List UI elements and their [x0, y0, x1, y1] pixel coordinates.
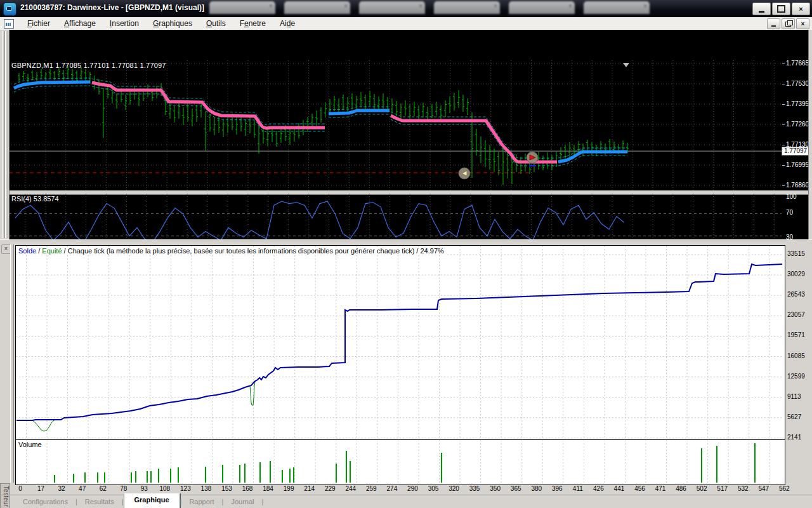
trade-number-tick: 93 [141, 485, 148, 492]
metatrader-app-icon [3, 3, 16, 16]
price-tick: 1.77530 [786, 80, 809, 87]
chart-document-icon [4, 19, 14, 29]
solde-legend: Solde [18, 247, 36, 255]
menu-fenetre[interactable]: Fenetre [233, 18, 273, 29]
tester-tab-resultats[interactable]: Resultats [77, 496, 122, 507]
menu-affichage[interactable]: Affichage [57, 18, 103, 29]
menu-insertion[interactable]: Insertion [103, 18, 146, 29]
tester-tab-configurations[interactable]: Configurations [15, 496, 75, 507]
menu-graphiques[interactable]: Graphiques [146, 18, 199, 29]
trade-number-tick: 47 [79, 485, 86, 492]
trade-number-tick: 214 [304, 485, 315, 492]
background-browser-tab [284, 1, 350, 14]
trade-number-tick: 411 [573, 485, 583, 492]
trade-number-tick: 350 [490, 485, 501, 492]
trade-number-tick: 365 [511, 485, 521, 492]
symbol-ohlc-header: GBPNZD,M1 1.77085 1.77101 1.77081 1.7709… [11, 62, 166, 69]
trade-number-tick: 229 [325, 485, 336, 492]
trade-number-tick: 547 [758, 485, 769, 492]
tester-panel-grip[interactable] [10, 244, 14, 483]
trade-number-tick: 517 [717, 485, 728, 492]
tester-tab-rapport[interactable]: Rapport [181, 496, 221, 507]
trade-number-tick: 290 [407, 485, 418, 492]
background-browser-tab [509, 1, 575, 14]
price-tick: 1.77395 [786, 100, 809, 107]
tester-graph-legend: Solde / Equité / Chaque tick (la méthode… [18, 247, 447, 255]
menu-fichier[interactable]: Fichier [20, 18, 57, 29]
trade-number-tick: 426 [593, 485, 604, 492]
trade-number-tick: 274 [387, 485, 398, 492]
trade-number-tick: 320 [449, 485, 459, 492]
mdi-close-button[interactable]: × [796, 18, 809, 29]
trade-number-tick: 305 [428, 485, 439, 492]
trade-number-tick: 244 [345, 485, 356, 492]
minimize-button[interactable] [752, 3, 771, 15]
price-tick: 1.77665 [786, 60, 809, 67]
background-browser-tab [209, 1, 275, 14]
price-chart-pane[interactable] [9, 60, 782, 190]
window-titlebar[interactable]: 2100036787: Darwinex-Live - [GBPNZD,M1 (… [0, 0, 812, 17]
background-browser-tab [434, 1, 500, 14]
maximize-button[interactable] [772, 3, 790, 15]
application-window: 2100036787: Darwinex-Live - [GBPNZD,M1 (… [0, 0, 812, 508]
trade-number-tick: 184 [263, 485, 273, 492]
balance-tick: 2141 [787, 434, 801, 441]
background-browser-tabs [209, 1, 650, 15]
background-browser-tab [359, 1, 425, 14]
balance-tick: 16085 [787, 352, 805, 359]
menu-bar: FichierAffichageInsertionGraphiquesOutil… [0, 17, 812, 30]
menu-aide[interactable]: Aide [273, 18, 302, 29]
trade-number-tick: 259 [366, 485, 377, 492]
balance-tick: 9113 [787, 393, 801, 400]
trade-number-tick: 168 [242, 485, 253, 492]
tick-method-label: / Chaque tick (la méthode la plus précis… [62, 247, 444, 255]
trade-number-tick: 138 [201, 485, 212, 492]
tester-tab-journal[interactable]: Journal [223, 496, 261, 507]
balance-tick: 30029 [787, 271, 805, 277]
trade-number-tick: 562 [779, 485, 790, 492]
trade-number-tick: 153 [221, 485, 232, 492]
tester-volume-chart[interactable]: Volume [15, 439, 785, 485]
trade-number-tick: 471 [655, 485, 666, 492]
trade-number-tick: 456 [634, 485, 645, 492]
tester-tabs-bar: Configurations|Resultats|Graphique|Rappo… [0, 495, 812, 508]
trade-number-tick: 380 [531, 485, 542, 492]
mdi-minimize-button[interactable] [767, 18, 780, 29]
chart-workspace: GBPNZD,M1 1.77085 1.77101 1.77081 1.7709… [0, 30, 812, 239]
trade-number-tick: 441 [614, 485, 625, 492]
window-title: 2100036787: Darwinex-Live - [GBPNZD,M1 (… [20, 3, 204, 12]
tester-balance-chart[interactable]: Solde / Equité / Chaque tick (la méthode… [15, 245, 785, 440]
trade-number-tick: 486 [676, 485, 686, 492]
rsi-tick: 100 [786, 193, 797, 200]
price-tick: 1.77260 [786, 121, 809, 128]
menu-outils[interactable]: Outils [199, 18, 233, 29]
trade-number-tick: 502 [697, 485, 707, 492]
trade-number-tick: 335 [469, 485, 480, 492]
trade-number-tick: 0 [18, 485, 22, 492]
collapsed-toolbar-gutter[interactable] [0, 30, 10, 239]
trade-number-tick: 396 [552, 485, 563, 492]
background-browser-tab [584, 1, 650, 14]
balance-tick: 19571 [787, 331, 805, 338]
balance-tick: 23057 [787, 311, 805, 318]
trade-number-tick: 108 [160, 485, 171, 492]
trade-number-tick: 62 [100, 485, 107, 492]
trade-number-tick: 123 [180, 485, 191, 492]
balance-tick: 5627 [787, 413, 801, 420]
equite-legend: Equité [42, 247, 62, 255]
price-tick: 1.76860 [786, 182, 809, 189]
volume-label: Volume [18, 441, 42, 448]
trade-number-tick: 78 [120, 485, 127, 492]
tester-close-button[interactable]: × [1, 244, 11, 254]
tab-separator: | [261, 498, 263, 505]
trade-number-tick: 199 [284, 485, 294, 492]
balance-tick: 26543 [787, 291, 805, 298]
window-right-edge [808, 30, 812, 239]
tester-tab-graphique[interactable]: Graphique [124, 493, 180, 508]
rsi-value-label: RSI(4) 53.8574 [11, 195, 59, 203]
trade-number-tick: 17 [37, 485, 44, 492]
close-button[interactable]: × [792, 3, 810, 15]
trade-number-tick: 532 [738, 485, 749, 492]
trade-number-tick: 32 [58, 485, 65, 492]
mdi-restore-button[interactable] [782, 18, 795, 29]
